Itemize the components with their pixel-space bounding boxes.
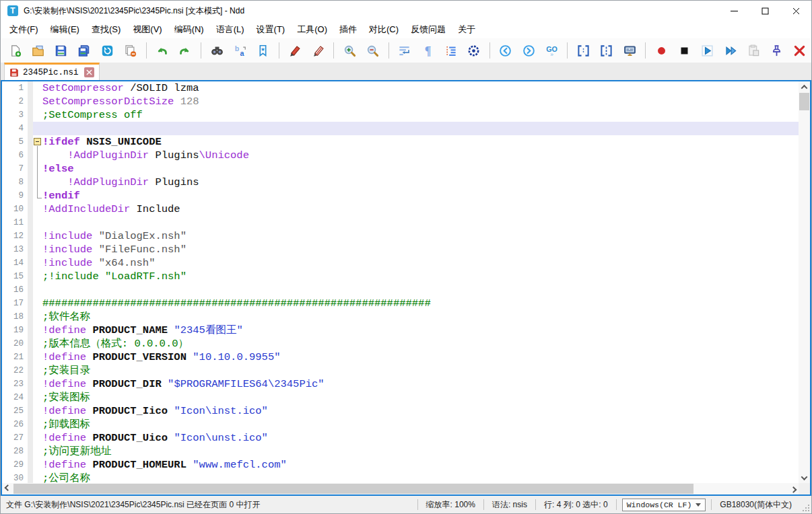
code-line[interactable]: 9!endif — [2, 189, 799, 203]
fold-margin[interactable] — [33, 176, 42, 189]
code-line[interactable]: 4 — [2, 122, 799, 135]
code-text[interactable]: !include "FileFunc.nsh" — [42, 243, 799, 256]
line-number[interactable]: 6 — [2, 149, 28, 162]
code-line[interactable]: 11 — [2, 216, 799, 229]
menu-item-4[interactable]: 编码(N) — [168, 22, 210, 38]
code-text[interactable]: ;安装图标 — [42, 391, 799, 404]
undo-icon[interactable] — [153, 41, 172, 60]
line-number[interactable]: 19 — [2, 324, 28, 337]
line-number[interactable]: 10 — [2, 203, 28, 216]
code-line[interactable]: 23!define PRODUCT_DIR "$PROGRAMFILES64\2… — [2, 377, 799, 391]
save-all-icon[interactable] — [75, 41, 94, 60]
fullscreen-icon[interactable] — [620, 41, 639, 60]
code-text[interactable]: ;卸载图标 — [42, 418, 799, 431]
split-view-icon[interactable] — [574, 41, 593, 60]
code-text[interactable]: !define PRODUCT_Iico "Icon\inst.ico" — [42, 404, 799, 418]
code-line[interactable]: 28;访问更新地址 — [2, 445, 799, 458]
goto-line-icon[interactable]: GO» — [542, 41, 561, 60]
code-line[interactable]: 12!include "DialogEx.nsh" — [2, 229, 799, 243]
menu-item-7[interactable]: 工具(O) — [291, 22, 333, 38]
menu-item-3[interactable]: 视图(V) — [127, 22, 168, 38]
fold-margin[interactable] — [33, 162, 42, 176]
line-number[interactable]: 11 — [2, 216, 28, 229]
code-line[interactable]: 5!ifdef NSIS_UNICODE — [2, 135, 799, 149]
horizontal-scrollbar[interactable] — [2, 483, 799, 494]
code-text[interactable]: ;版本信息（格式: 0.0.0.0） — [42, 337, 799, 351]
code-text[interactable]: !define PRODUCT_VERSION "10.10.0.9955" — [42, 351, 799, 364]
bookmark-icon[interactable]: ★ — [254, 41, 273, 60]
code-line[interactable]: 15;!include "LoadRTF.nsh" — [2, 270, 799, 283]
vertical-scrollbar[interactable] — [799, 81, 810, 483]
horizontal-scrollbar-thumb[interactable] — [13, 484, 693, 494]
pin-icon[interactable] — [767, 41, 786, 60]
reload-icon[interactable] — [98, 41, 116, 60]
menu-item-6[interactable]: 设置(T) — [250, 22, 292, 38]
code-text[interactable]: !include "x64.nsh" — [42, 256, 799, 270]
resize-grip[interactable] — [801, 503, 809, 511]
eol-dropdown[interactable]: Windows(CR LF) — [622, 499, 706, 511]
record-macro-icon[interactable] — [652, 41, 671, 60]
code-text[interactable]: !define PRODUCT_Uico "Icon\unst.ico" — [42, 431, 799, 445]
code-text[interactable]: !AddPluginDir Plugins — [42, 176, 799, 189]
line-number[interactable]: 25 — [2, 404, 28, 418]
fold-margin[interactable] — [33, 189, 42, 203]
line-number[interactable]: 24 — [2, 391, 28, 404]
code-line[interactable]: 8 !AddPluginDir Plugins — [2, 176, 799, 189]
line-number[interactable]: 5 — [2, 135, 28, 149]
save-macro-icon[interactable] — [744, 41, 763, 60]
save-icon[interactable] — [52, 41, 71, 60]
line-number[interactable]: 26 — [2, 418, 28, 431]
code-text[interactable]: !AddIncludeDir Include — [42, 203, 799, 216]
indent-guide-icon[interactable] — [441, 41, 460, 60]
line-number[interactable]: 20 — [2, 337, 28, 351]
redo-icon[interactable] — [176, 41, 195, 60]
new-file-icon[interactable] — [5, 41, 24, 60]
menu-item-9[interactable]: 对比(C) — [363, 22, 405, 38]
code-text[interactable] — [42, 283, 799, 297]
line-number[interactable]: 17 — [2, 297, 28, 310]
code-line[interactable]: 1SetCompressor /SOLID lzma — [2, 81, 799, 95]
word-wrap-icon[interactable] — [395, 41, 414, 60]
code-line[interactable]: 3;SetCompress off — [2, 108, 799, 122]
tab-close-icon[interactable] — [84, 67, 94, 77]
close-button[interactable] — [780, 1, 811, 21]
nav-forward-icon[interactable] — [519, 41, 538, 60]
code-text[interactable]: ;安装目录 — [42, 364, 799, 377]
zoom-in-icon[interactable] — [340, 41, 359, 60]
code-text[interactable]: ;SetCompress off — [42, 108, 799, 122]
scroll-right-icon[interactable] — [788, 483, 799, 494]
scroll-down-icon[interactable] — [799, 472, 810, 483]
line-number[interactable]: 21 — [2, 351, 28, 364]
menu-item-10[interactable]: 反馈问题 — [405, 22, 452, 38]
code-line[interactable]: 14!include "x64.nsh" — [2, 256, 799, 270]
code-text[interactable]: SetCompressor /SOLID lzma — [42, 81, 799, 95]
code-line[interactable]: 25!define PRODUCT_Iico "Icon\inst.ico" — [2, 404, 799, 418]
nav-back-icon[interactable] — [496, 41, 515, 60]
line-number[interactable]: 30 — [2, 472, 28, 483]
scroll-left-icon[interactable] — [2, 483, 13, 494]
scroll-up-icon[interactable] — [799, 81, 810, 92]
line-number[interactable]: 28 — [2, 445, 28, 458]
tab-2345pic[interactable]: 2345Pic.nsi — [4, 63, 100, 80]
code-text[interactable]: !endif — [42, 189, 799, 203]
vertical-scrollbar-thumb[interactable] — [799, 93, 809, 110]
code-text[interactable]: SetCompressorDictSize 128 — [42, 95, 799, 108]
code-text[interactable]: !define PRODUCT_HOMEURL "www.mefcl.com" — [42, 458, 799, 472]
menu-item-2[interactable]: 查找(S) — [86, 22, 127, 38]
code-line[interactable]: 27!define PRODUCT_Uico "Icon\unst.ico" — [2, 431, 799, 445]
line-number[interactable]: 13 — [2, 243, 28, 256]
code-text[interactable] — [42, 122, 799, 135]
close-all-icon[interactable] — [121, 41, 139, 60]
line-number[interactable]: 12 — [2, 229, 28, 243]
code-line[interactable]: 19!define PRODUCT_NAME "2345看图王" — [2, 324, 799, 337]
zoom-out-icon[interactable] — [363, 41, 382, 60]
code-line[interactable]: 24;安装图标 — [2, 391, 799, 404]
code-line[interactable]: 21!define PRODUCT_VERSION "10.10.0.9955" — [2, 351, 799, 364]
play-macro-multi-icon[interactable] — [721, 41, 740, 60]
code-text[interactable]: !define PRODUCT_NAME "2345看图王" — [42, 324, 799, 337]
menu-item-5[interactable]: 语言(L) — [210, 22, 250, 38]
code-area[interactable]: 1SetCompressor /SOLID lzma2SetCompressor… — [2, 81, 799, 483]
line-number[interactable]: 8 — [2, 176, 28, 189]
clear-marker-icon[interactable] — [308, 41, 327, 60]
code-text[interactable] — [42, 216, 799, 229]
